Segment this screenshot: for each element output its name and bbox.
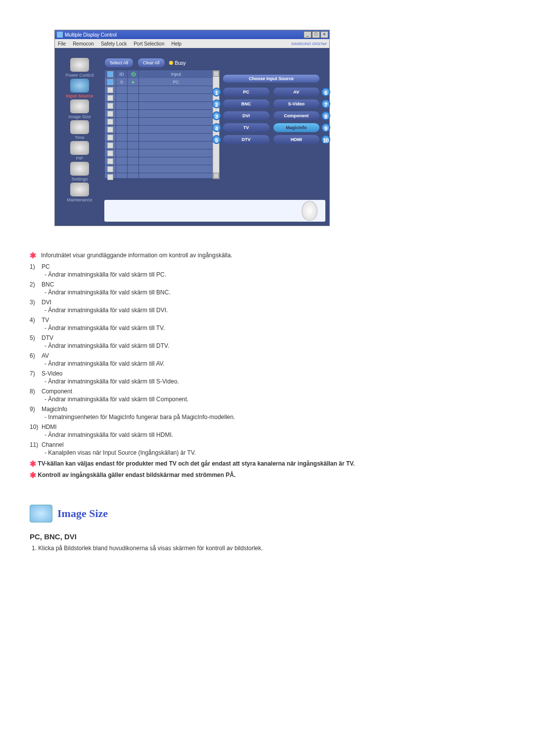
minimize-button[interactable]: _ [304,31,312,38]
btn-label: TV [243,125,249,130]
star-icon: ✱ [30,471,36,479]
sidebar-item-input-source[interactable]: Input Source [58,79,101,98]
maximize-button[interactable]: □ [312,31,320,38]
settings-icon [70,162,89,176]
col-id: ID [116,70,128,78]
grid-row[interactable] [105,118,214,126]
list-num: 5) [30,334,42,341]
intro-line: ✱ Inforutnätet visar grundläggande infor… [30,251,504,260]
intro-text: Inforutnätet visar grundläggande informa… [41,252,232,259]
star-icon: ✱ [30,460,36,468]
list-title: Component [42,388,72,395]
note-1: ✱ TV-källan kan väljas endast för produk… [40,459,504,469]
row-check-icon[interactable] [107,87,113,93]
row-check-icon[interactable] [107,95,113,101]
list-num: 10) [30,424,42,430]
menu-bar: File Remocon Safety Lock Port Selection … [55,39,329,48]
menu-remocon[interactable]: Remocon [73,41,94,47]
title-bar: Multiple Display Control _ □ × [55,30,329,39]
cell-input: PC [139,78,214,86]
menu-file[interactable]: File [58,41,66,47]
sidebar-item-time[interactable]: Time [58,120,101,140]
toolbar: Select All Clear All Busy [104,58,186,68]
grid-row[interactable] [105,157,214,165]
menu-portselection[interactable]: Port Selection [134,41,164,47]
source-magicinfo-button[interactable]: MagicInfo 9 [273,123,320,132]
brand-label: SAMSUNG DIGITall [291,42,326,46]
list-desc: - Ändrar inmatningskälla för vald skärm … [44,325,504,331]
image-size-section-icon [30,505,52,522]
window-title: Multiple Display Control [65,32,117,38]
grid-row[interactable] [105,149,214,157]
pip-icon [70,141,89,155]
list-num: 6) [30,352,42,359]
row-check-icon[interactable] [107,158,113,164]
row-check-icon[interactable] [107,174,113,180]
input-source-panel: Choose Input Source 1 PC AV 6 2 BNC [223,75,319,144]
row-check-icon[interactable] [107,150,113,156]
grid-row[interactable] [105,126,214,134]
grid-row[interactable] [105,165,214,173]
header-check-icon[interactable] [107,71,113,77]
sidebar-label: Maintenance [58,197,101,202]
callout-1: 1 [212,88,221,96]
grid-row[interactable] [105,110,214,118]
grid-row[interactable] [105,94,214,102]
source-svideo-button[interactable]: S-Video 7 [273,99,320,108]
input-source-icon [70,79,89,93]
source-description-list: 1)PC - Ändrar inmatningskälla för vald s… [30,263,504,456]
sidebar-item-image-size[interactable]: Image Size [58,99,101,119]
power-on-icon: ● [132,80,134,85]
step-1: 1. Klicka på Bildstorlek bland huvudikon… [32,545,504,552]
row-check-icon[interactable] [107,103,113,109]
sidebar-item-maintenance[interactable]: Maintenance [58,183,101,202]
sidebar-label: Image Size [58,114,101,119]
grid-row[interactable]: 0 ● PC [105,78,214,86]
row-check-icon[interactable] [107,166,113,172]
row-check-icon[interactable] [107,79,113,85]
grid-row[interactable] [105,86,214,94]
grid-row[interactable] [105,142,214,149]
sidebar-item-pip[interactable]: PIP [58,141,101,161]
note-2: ✱ Kontroll av ingångskälla gäller endast… [40,471,504,480]
source-tv-button[interactable]: 4 TV [223,123,269,132]
callout-10: 10 [321,135,330,144]
grid-row[interactable] [105,134,214,142]
list-desc: - Ändrar inmatningskälla för vald skärm … [44,396,504,403]
menu-safetylock[interactable]: Safety Lock [101,41,127,47]
grid-row[interactable] [105,173,214,181]
source-bnc-button[interactable]: 2 BNC [223,99,269,108]
clear-all-button[interactable]: Clear All [137,58,165,68]
select-all-button[interactable]: Select All [104,58,134,68]
list-title: S-Video [42,370,62,377]
subheading: PC, BNC, DVI [30,532,504,541]
list-title: BNC [42,281,54,288]
close-button[interactable]: × [320,31,328,38]
source-hdmi-button[interactable]: HDMI 10 [273,135,320,144]
grid-row[interactable] [105,102,214,110]
busy-icon [169,61,173,65]
source-dtv-button[interactable]: 5 DTV [223,135,269,144]
source-component-button[interactable]: Component 8 [273,111,320,120]
row-check-icon[interactable] [107,119,113,125]
sidebar-item-power[interactable]: Power Control [58,58,101,78]
callout-2: 2 [212,99,221,108]
list-title: PC [42,263,50,270]
row-check-icon[interactable] [107,111,113,117]
source-pc-button[interactable]: 1 PC [223,88,269,96]
list-desc: - Ändrar inmatningskälla för vald skärm … [44,289,504,296]
source-dvi-button[interactable]: 3 DVI [223,111,269,120]
sidebar-item-settings[interactable]: Settings [58,162,101,182]
row-check-icon[interactable] [107,127,113,133]
menu-help[interactable]: Help [171,41,181,47]
btn-label: BNC [241,101,251,106]
sidebar-label: Time [58,135,101,140]
callout-7: 7 [321,99,330,108]
list-desc: - Ändrar inmatningskälla för vald skärm … [44,342,504,349]
section-header: Image Size [30,505,504,522]
row-check-icon[interactable] [107,135,113,141]
row-check-icon[interactable] [107,142,113,148]
list-title: DVI [42,299,51,306]
cell-id: 0 [116,78,128,86]
source-av-button[interactable]: AV 6 [273,88,320,96]
